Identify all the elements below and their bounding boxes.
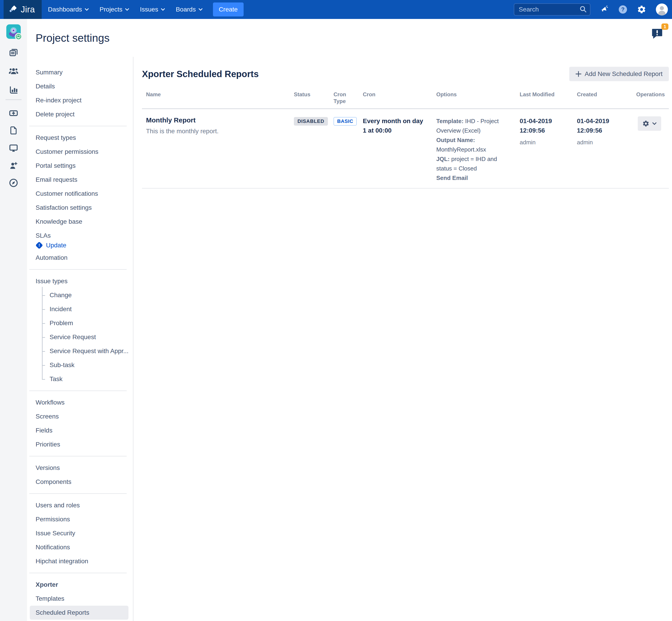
sidebar-item-reindex-project[interactable]: Re-index project bbox=[27, 93, 133, 107]
sidebar-divider bbox=[29, 390, 127, 391]
status-badge: DISABLED bbox=[294, 117, 328, 126]
user-avatar[interactable] bbox=[655, 3, 668, 16]
sidebar-item-satisfaction-settings[interactable]: Satisfaction settings bbox=[27, 201, 133, 215]
issue-types-tree: Change Incident Problem Service Request … bbox=[27, 288, 133, 386]
report-options-cell: Template: IHD - Project Overview (Excel)… bbox=[432, 109, 516, 189]
sidebar-item-templates[interactable]: Templates bbox=[27, 592, 133, 606]
template-label: Template: bbox=[436, 118, 463, 124]
chevron-down-icon bbox=[125, 8, 129, 11]
jql-label: JQL: bbox=[436, 156, 450, 162]
project-avatar[interactable] bbox=[6, 24, 21, 39]
column-header-name: Name bbox=[142, 87, 290, 109]
page-header: Project settings 1 bbox=[27, 19, 672, 57]
sidebar-item-permissions[interactable]: Permissions bbox=[27, 512, 133, 526]
knowledge-article-icon[interactable] bbox=[9, 126, 18, 135]
sidebar-item-issue-types[interactable]: Issue types bbox=[27, 274, 133, 288]
raise-request-icon[interactable] bbox=[9, 108, 18, 118]
customer-portal-icon[interactable] bbox=[9, 143, 18, 153]
svg-text:?: ? bbox=[621, 6, 625, 12]
create-button[interactable]: Create bbox=[213, 2, 243, 16]
sidebar-item-task[interactable]: Task bbox=[27, 372, 133, 386]
sidebar-item-customer-permissions[interactable]: Customer permissions bbox=[27, 145, 133, 159]
sidebar-item-permission-schemes[interactable]: Permission Schemes bbox=[27, 620, 133, 621]
sidebar-divider bbox=[29, 493, 127, 494]
report-last-modified-cell: 01-04-2019 12:09:56 admin bbox=[516, 109, 573, 189]
main-panel: Xporter Scheduled Reports Add New Schedu… bbox=[133, 57, 672, 621]
column-header-cron-type: Cron Type bbox=[329, 87, 359, 109]
sidebar-item-change[interactable]: Change bbox=[27, 288, 133, 302]
sidebar-item-incident[interactable]: Incident bbox=[27, 302, 133, 316]
add-button-label: Add New Scheduled Report bbox=[585, 70, 663, 78]
column-header-options: Options bbox=[432, 87, 516, 109]
update-link[interactable]: Update bbox=[46, 242, 66, 249]
plus-icon bbox=[576, 71, 581, 77]
navbar-right: ? bbox=[514, 3, 672, 16]
nav-projects-label: Projects bbox=[100, 6, 122, 13]
nav-issues[interactable]: Issues bbox=[135, 0, 170, 19]
column-header-cron: Cron bbox=[359, 87, 432, 109]
sidebar-item-notifications[interactable]: Notifications bbox=[27, 540, 133, 554]
sidebar-item-email-requests[interactable]: Email requests bbox=[27, 173, 133, 187]
sidebar-item-scheduled-reports[interactable]: Scheduled Reports bbox=[30, 606, 128, 620]
help-icon[interactable]: ? bbox=[618, 4, 628, 14]
announcement-icon[interactable] bbox=[599, 5, 609, 14]
cron-schedule: Every month on day 1 at 00:00 bbox=[363, 116, 428, 135]
report-created-cell: 01-04-2019 12:09:56 admin bbox=[573, 109, 630, 189]
queues-icon[interactable] bbox=[9, 48, 18, 57]
sidebar-item-service-request-approvals[interactable]: Service Request with Appr... bbox=[27, 344, 133, 358]
sidebar-item-portal-settings[interactable]: Portal settings bbox=[27, 159, 133, 173]
output-name-label: Output Name: bbox=[436, 137, 475, 143]
column-header-operations: Operations bbox=[630, 87, 669, 109]
gear-icon bbox=[642, 120, 649, 127]
project-icon-rail bbox=[0, 19, 27, 621]
sidebar-item-knowledge-base[interactable]: Knowledge base bbox=[27, 215, 133, 229]
sidebar-item-fields[interactable]: Fields bbox=[27, 423, 133, 438]
jira-logo[interactable]: Jira bbox=[4, 0, 42, 19]
sidebar-item-request-types[interactable]: Request types bbox=[27, 131, 133, 145]
settings-gear-icon[interactable] bbox=[637, 5, 646, 14]
page-section-title: Xporter Scheduled Reports bbox=[142, 69, 259, 79]
reports-icon[interactable] bbox=[9, 85, 18, 95]
invite-team-icon[interactable] bbox=[9, 161, 18, 170]
sidebar-item-versions[interactable]: Versions bbox=[27, 461, 133, 475]
report-name-cell: Monthly Report This is the monthly repor… bbox=[142, 109, 290, 189]
sidebar-item-screens[interactable]: Screens bbox=[27, 410, 133, 423]
search-icon[interactable] bbox=[580, 6, 587, 13]
nav-projects[interactable]: Projects bbox=[94, 0, 135, 19]
sidebar-heading-xporter: Xporter bbox=[27, 578, 133, 592]
operations-menu-button[interactable] bbox=[638, 116, 661, 131]
sidebar-item-sub-task[interactable]: Sub-task bbox=[27, 358, 133, 372]
customers-icon[interactable] bbox=[8, 66, 18, 76]
sidebar-item-automation[interactable]: Automation bbox=[27, 251, 133, 265]
project-type-badge-icon bbox=[15, 33, 22, 40]
sidebar-item-slas[interactable]: SLAs bbox=[27, 229, 133, 240]
nav-boards[interactable]: Boards bbox=[170, 0, 208, 19]
created-user: admin bbox=[577, 139, 626, 146]
report-status-cell: DISABLED bbox=[290, 109, 329, 189]
discover-icon[interactable] bbox=[9, 178, 18, 188]
chevron-down-icon bbox=[198, 8, 203, 11]
sidebar-item-details[interactable]: Details bbox=[27, 79, 133, 93]
sidebar-item-customer-notifications[interactable]: Customer notifications bbox=[27, 187, 133, 201]
sidebar-item-summary[interactable]: Summary bbox=[27, 66, 133, 79]
feedback-bubble-icon[interactable]: 1 bbox=[651, 27, 666, 42]
sidebar-divider bbox=[29, 573, 127, 573]
add-new-scheduled-report-button[interactable]: Add New Scheduled Report bbox=[569, 67, 669, 81]
sidebar-item-workflows[interactable]: Workflows bbox=[27, 396, 133, 410]
sidebar-item-issue-security[interactable]: Issue Security bbox=[27, 526, 133, 540]
chevron-down-icon bbox=[652, 122, 657, 125]
search-input[interactable] bbox=[514, 3, 590, 15]
report-name: Monthly Report bbox=[146, 116, 286, 124]
sidebar-item-delete-project[interactable]: Delete project bbox=[27, 107, 133, 121]
sidebar-item-components[interactable]: Components bbox=[27, 475, 133, 489]
sidebar-item-users-and-roles[interactable]: Users and roles bbox=[27, 498, 133, 512]
sidebar-item-priorities[interactable]: Priorities bbox=[27, 438, 133, 451]
sidebar-item-service-request[interactable]: Service Request bbox=[27, 330, 133, 344]
report-cron-type-cell: BASIC bbox=[329, 109, 359, 189]
nav-dashboards[interactable]: Dashboards bbox=[43, 0, 94, 19]
sidebar-update-row[interactable]: ! Update bbox=[27, 240, 133, 251]
sidebar-item-problem[interactable]: Problem bbox=[27, 316, 133, 330]
last-modified-datetime: 01-04-2019 12:09:56 bbox=[520, 116, 569, 135]
send-email-label: Send Email bbox=[436, 174, 468, 181]
sidebar-item-hipchat-integration[interactable]: Hipchat integration bbox=[27, 554, 133, 568]
